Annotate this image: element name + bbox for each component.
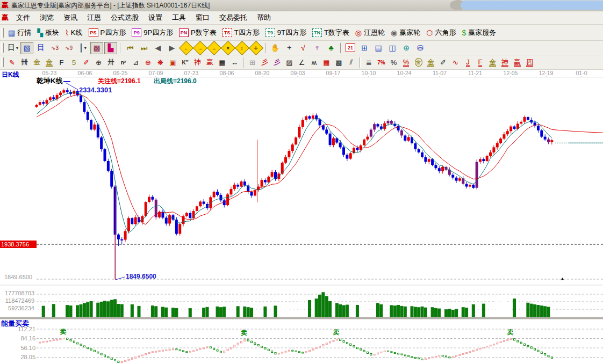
- menu-浏览[interactable]: 浏览: [35, 12, 59, 23]
- fan-box-tool[interactable]: ▨: [283, 56, 296, 68]
- pan-left-button[interactable]: ←: [180, 42, 192, 54]
- coil-tool[interactable]: 5: [68, 56, 80, 68]
- measure-button[interactable]: √: [297, 42, 310, 54]
- info-document-button[interactable]: 目: [34, 42, 47, 54]
- gold-line-tool-a[interactable]: 金: [31, 56, 43, 68]
- gold-slash-tool[interactable]: 金: [486, 56, 499, 68]
- t9-square-button[interactable]: T99T四方形: [263, 27, 310, 39]
- j-line-tool[interactable]: J: [462, 56, 474, 68]
- pen-tool[interactable]: ✎: [6, 56, 18, 68]
- notepad-button[interactable]: ▤: [372, 42, 385, 54]
- menu-江恩[interactable]: 江恩: [82, 12, 106, 23]
- gold-line-tool-b[interactable]: 金: [43, 56, 55, 68]
- span-tool[interactable]: ↔: [228, 56, 241, 68]
- next-button[interactable]: ▶: [166, 42, 178, 54]
- candle-style-dropdown[interactable]: ⎮▾: [76, 42, 89, 54]
- menu-工具[interactable]: 工具: [167, 12, 191, 23]
- crosshair-button[interactable]: ＋: [283, 42, 296, 54]
- menu-窗口[interactable]: 窗口: [191, 12, 214, 23]
- f-grid-tool[interactable]: F: [55, 56, 68, 68]
- pct-tool[interactable]: %: [387, 56, 400, 68]
- toolbar-grip[interactable]: [1, 43, 4, 53]
- menu-公式选股[interactable]: 公式选股: [106, 12, 143, 23]
- chart-area[interactable]: 05-2306-0606-2507-0907-2308-0608-2009-03…: [0, 70, 603, 364]
- calculator-button[interactable]: ⊞: [358, 42, 371, 54]
- prev-button[interactable]: ◀: [152, 42, 164, 54]
- compress-button[interactable]: ✕: [221, 42, 234, 54]
- menu-交易委托[interactable]: 交易委托: [214, 12, 252, 23]
- quotes-button[interactable]: ▦行情: [6, 27, 35, 39]
- pattern-box-button[interactable]: ▩: [90, 42, 103, 54]
- knot-tool-button[interactable]: ♣: [325, 42, 338, 54]
- win-tool[interactable]: 赢: [204, 56, 216, 68]
- n2-tool[interactable]: n²: [117, 56, 130, 68]
- t-number-button[interactable]: TNT数字表: [310, 27, 353, 39]
- last-page-button[interactable]: ⏭: [138, 42, 150, 54]
- grid-red-tool[interactable]: ▦: [320, 56, 333, 68]
- kline-button[interactable]: ⌇K线: [63, 27, 87, 39]
- gold-ring-tool[interactable]: 金: [412, 56, 425, 68]
- four-slash-tool[interactable]: 四: [523, 56, 536, 68]
- menu-文件[interactable]: 文件: [11, 12, 35, 23]
- expand-h-button[interactable]: ↔: [207, 42, 220, 54]
- menu-帮助[interactable]: 帮助: [252, 12, 276, 23]
- t-square-button[interactable]: TST四方形: [220, 27, 263, 39]
- shen-tool[interactable]: 神: [191, 56, 204, 68]
- band-tool[interactable]: ∿: [449, 56, 462, 68]
- gann-wheel-button[interactable]: ◎江恩轮: [353, 27, 389, 39]
- pct-line-tool[interactable]: %: [400, 56, 412, 68]
- menu-设置[interactable]: 设置: [143, 12, 167, 23]
- fan-purple-tool[interactable]: 彡: [271, 56, 283, 68]
- pan-right-button[interactable]: →: [193, 42, 206, 54]
- parallels-tool[interactable]: ⫽: [345, 56, 357, 68]
- snow-tool[interactable]: ❋: [154, 56, 167, 68]
- chart-canvas[interactable]: 05-2306-0606-2507-0907-2308-0608-2009-03…: [0, 70, 603, 364]
- angle-line-tool[interactable]: ∠: [296, 56, 308, 68]
- vee-tool[interactable]: ʍ: [308, 56, 320, 68]
- k-mark-tool[interactable]: K″: [179, 56, 191, 68]
- frame-target-tool[interactable]: ▣: [167, 56, 179, 68]
- period-day-dropdown[interactable]: 日▾: [6, 42, 19, 54]
- fan-red-tool[interactable]: 彡: [259, 56, 271, 68]
- calendar-button[interactable]: 21: [344, 42, 357, 54]
- cycle-dial-tool[interactable]: ⊕: [92, 56, 105, 68]
- brush-tool[interactable]: ✐: [80, 56, 92, 68]
- ribbon-tool-button[interactable]: ♆: [311, 42, 324, 54]
- toolbar-grip[interactable]: [1, 57, 4, 67]
- hand-tool-button[interactable]: ✋: [269, 42, 282, 54]
- pane-period-label[interactable]: 日K线: [2, 70, 19, 79]
- window-tool[interactable]: ⊞: [246, 56, 259, 68]
- web-export-button[interactable]: ⊕: [400, 42, 413, 54]
- save-button[interactable]: ◫: [386, 42, 399, 54]
- scale-ruler-tool[interactable]: ≣: [363, 56, 375, 68]
- flag-pen-tool[interactable]: ✐: [437, 56, 449, 68]
- trend-chart-button[interactable]: ▧: [20, 42, 33, 54]
- menu-资讯[interactable]: 资讯: [59, 12, 82, 23]
- expand-all-button[interactable]: ✛: [249, 42, 262, 54]
- winner-wheel-button[interactable]: ◉赢家轮: [389, 27, 424, 39]
- p9-square-button[interactable]: P99P四方形: [130, 27, 177, 39]
- comb-tool[interactable]: 卌: [18, 56, 31, 68]
- wave-9-button[interactable]: ∿9: [62, 42, 75, 54]
- pc-export-button[interactable]: ⛁: [414, 42, 427, 54]
- win-slash-tool[interactable]: 赢: [511, 56, 523, 68]
- target-cross-tool[interactable]: ⊕: [142, 56, 154, 68]
- toolbar-grip[interactable]: [1, 28, 4, 38]
- f-line-tool[interactable]: F: [474, 56, 486, 68]
- first-page-button[interactable]: ⏮: [124, 42, 137, 54]
- sectors-button[interactable]: ▚板块: [35, 27, 63, 39]
- protractor-tool[interactable]: ⊿: [130, 56, 142, 68]
- gold-bar-tool[interactable]: 金: [425, 56, 437, 68]
- scroll-triangle-icon[interactable]: ▲: [560, 276, 565, 281]
- service-button[interactable]: $赢家服务: [460, 27, 500, 39]
- hexagon-button[interactable]: ⬡六角形: [424, 27, 460, 39]
- grid-dark-tool[interactable]: ▩: [333, 56, 345, 68]
- expand-v-button[interactable]: ↕: [235, 42, 248, 54]
- p-number-button[interactable]: PNP数字表: [177, 27, 220, 39]
- wave-3-button[interactable]: ∿3: [48, 42, 61, 54]
- color-histogram-button[interactable]: ▙: [104, 42, 117, 54]
- hash-tool[interactable]: 卅: [105, 56, 117, 68]
- shen-slash-tool[interactable]: 神: [499, 56, 511, 68]
- pct7-tool[interactable]: 7%: [375, 56, 387, 68]
- p-square-button[interactable]: PSP四方形: [87, 27, 130, 39]
